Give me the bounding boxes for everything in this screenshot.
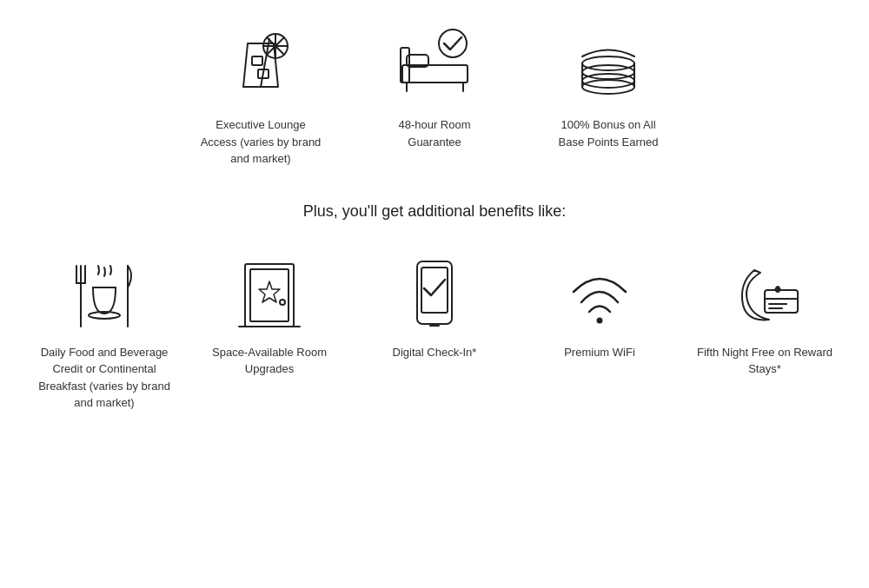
lounge-access-icon-area — [217, 17, 304, 104]
bottom-benefits: Daily Food and Beverage Credit or Contin… — [35, 255, 834, 412]
digital-checkin-label: Digital Check-In* — [393, 344, 477, 361]
benefit-bonus-points: 100% Bonus on All Base Points Earned — [547, 17, 669, 168]
room-guarantee-label: 48-hour Room Guarantee — [374, 116, 495, 150]
bonus-points-icon-area — [565, 17, 652, 104]
room-guarantee-icon-area — [391, 17, 478, 104]
digital-checkin-icon-area — [391, 255, 478, 334]
wifi-icon-area — [556, 255, 643, 334]
svg-point-20 — [582, 65, 634, 79]
bonus-points-label: 100% Bonus on All Base Points Earned — [547, 116, 669, 150]
food-beverage-icon-area — [61, 255, 148, 334]
svg-rect-32 — [250, 269, 289, 321]
benefit-room-guarantee: 48-hour Room Guarantee — [374, 17, 495, 168]
main-container: Executive Lounge Access (varies by brand… — [0, 0, 869, 446]
benefit-lounge-access: Executive Lounge Access (varies by brand… — [200, 17, 322, 168]
wifi-icon — [561, 257, 639, 331]
wifi-label: Premium WiFi — [564, 344, 635, 361]
svg-rect-41 — [765, 290, 798, 313]
lounge-access-icon — [222, 22, 300, 100]
lounge-access-label: Executive Lounge Access (varies by brand… — [200, 116, 322, 168]
svg-point-40 — [597, 318, 603, 324]
benefit-digital-checkin: Digital Check-In* — [365, 255, 504, 412]
benefit-wifi: Premium WiFi — [530, 255, 669, 412]
top-benefits: Executive Lounge Access (varies by brand… — [35, 17, 834, 168]
room-guarantee-icon — [394, 22, 476, 100]
food-beverage-icon — [65, 257, 143, 331]
svg-point-23 — [582, 56, 634, 70]
svg-point-34 — [280, 300, 285, 305]
digital-checkin-icon — [404, 257, 465, 331]
svg-marker-33 — [259, 281, 280, 302]
plus-heading: Plus, you'll get additional benefits lik… — [35, 202, 834, 221]
benefit-room-upgrades: Space-Available Room Upgrades — [200, 255, 339, 412]
fifth-night-label: Fifth Night Free on Reward Stays* — [695, 344, 834, 378]
benefit-fifth-night: Fifth Night Free on Reward Stays* — [695, 255, 834, 412]
bonus-points-icon — [565, 22, 652, 100]
room-upgrades-label: Space-Available Room Upgrades — [200, 344, 339, 378]
svg-rect-31 — [245, 264, 294, 327]
svg-rect-6 — [252, 56, 262, 65]
fifth-night-icon — [721, 257, 808, 331]
plus-section: Plus, you'll get additional benefits lik… — [35, 202, 834, 221]
room-upgrades-icon-area — [226, 255, 313, 334]
benefit-food-beverage: Daily Food and Beverage Credit or Contin… — [35, 255, 174, 412]
fifth-night-icon-area — [721, 255, 808, 334]
room-upgrades-icon — [235, 257, 304, 331]
food-beverage-label: Daily Food and Beverage Credit or Contin… — [35, 344, 174, 412]
